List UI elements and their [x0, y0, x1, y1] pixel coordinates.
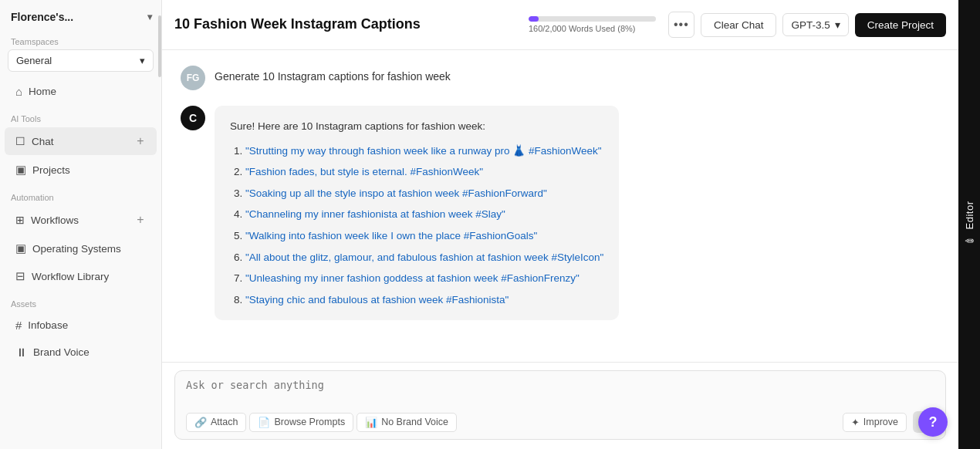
home-icon: ⌂ [15, 85, 22, 98]
brand-voice-btn-icon: 📊 [365, 417, 377, 428]
chat-input[interactable] [186, 379, 934, 402]
browse-prompts-button[interactable]: 📄 Browse Prompts [249, 413, 353, 432]
automation-section-label: Automation [0, 184, 161, 205]
teamspace-chevron-icon: ▾ [140, 55, 145, 66]
sidebar-item-brand-voice-label: Brand Voice [33, 346, 90, 358]
sidebar-item-workflow-library[interactable]: ⊟ Workflow Library [5, 263, 157, 289]
help-button[interactable]: ? [918, 407, 948, 437]
list-item: "Channeling my inner fashionista at fash… [245, 206, 603, 223]
sidebar-item-infobase[interactable]: # Infobase [5, 312, 157, 338]
teamspace-general-label: General [16, 55, 52, 66]
improve-button[interactable]: ✦ Improve [843, 413, 907, 432]
captions-list: "Strutting my way through fashion week l… [230, 143, 603, 309]
more-options-button[interactable]: ••• [668, 12, 694, 38]
user-message: FG Generate 10 Instagram captions for fa… [181, 66, 940, 90]
list-item: "Soaking up all the style inspo at fashi… [245, 185, 603, 202]
ai-message: C Sure! Here are 10 Instagram captions f… [181, 106, 940, 320]
sidebar-item-os-label: Operating Systems [32, 243, 121, 255]
os-icon: ▣ [15, 241, 26, 255]
browse-prompts-label: Browse Prompts [274, 417, 345, 427]
pencil-icon: ✏ [963, 235, 975, 248]
workflow-library-icon: ⊟ [15, 269, 25, 283]
ai-tools-section-label: AI Tools [0, 105, 161, 127]
editor-panel-label: ✏ Editor [963, 194, 975, 255]
user-message-text: Generate 10 Instagram captions for fashi… [215, 66, 451, 83]
no-brand-voice-label: No Brand Voice [381, 417, 448, 427]
sidebar-item-projects-label: Projects [32, 164, 70, 176]
workflows-icon: ⊞ [15, 214, 25, 226]
ai-message-intro: Sure! Here are 10 Instagram captions for… [230, 118, 603, 135]
gpt-chevron-icon: ▾ [835, 19, 840, 31]
main-content: 10 Fashion Week Instagram Captions 160/2… [162, 0, 958, 449]
word-count-area: 160/2,000 Words Used (8%) [529, 16, 656, 33]
attach-icon: 🔗 [194, 417, 207, 428]
attach-label: Attach [211, 417, 238, 427]
chat-icon: ☐ [15, 135, 25, 147]
browse-prompts-icon: 📄 [258, 417, 270, 428]
page-title: 10 Fashion Week Instagram Captions [174, 15, 516, 33]
sidebar-item-brand-voice[interactable]: ⏸ Brand Voice [5, 339, 157, 365]
input-area: 🔗 Attach 📄 Browse Prompts 📊 No Brand Voi… [162, 362, 958, 449]
sidebar-item-workflows[interactable]: ⊞ Workflows + [5, 206, 157, 234]
list-item: "Walking into fashion week like I own th… [245, 228, 603, 245]
word-count-label: 160/2,000 Words Used (8%) [529, 24, 636, 33]
sidebar-item-chat-label: Chat [32, 136, 54, 147]
add-workflow-button[interactable]: + [132, 211, 149, 228]
workspace-selector[interactable]: Florence's... ▾ [0, 0, 161, 31]
add-chat-button[interactable]: + [132, 133, 149, 150]
list-item: "Strutting my way through fashion week l… [245, 143, 603, 160]
improve-label: Improve [863, 417, 898, 427]
sidebar-item-home[interactable]: ⌂ Home [5, 79, 157, 104]
list-item: "All about the glitz, glamour, and fabul… [245, 249, 603, 266]
clear-chat-button[interactable]: Clear Chat [701, 13, 777, 37]
workspace-chevron-icon: ▾ [147, 12, 152, 22]
sidebar-item-projects[interactable]: ▣ Projects [5, 157, 157, 183]
input-box: 🔗 Attach 📄 Browse Prompts 📊 No Brand Voi… [174, 370, 946, 440]
list-item: "Fashion fades, but style is eternal. #F… [245, 164, 603, 181]
user-avatar: FG [181, 66, 205, 90]
gpt-model-selector[interactable]: GPT-3.5 ▾ [782, 13, 848, 36]
progress-bar-fill [529, 16, 539, 22]
sidebar-item-home-label: Home [29, 86, 56, 97]
list-item: "Staying chic and fabulous at fashion we… [245, 292, 603, 309]
teamspaces-label: Teamspaces [0, 31, 161, 49]
assets-section-label: Assets [0, 290, 161, 312]
header: 10 Fashion Week Instagram Captions 160/2… [162, 0, 958, 50]
create-project-button[interactable]: Create Project [855, 13, 946, 37]
ai-avatar: C [181, 106, 205, 130]
sidebar-item-infobase-label: Infobase [28, 319, 68, 331]
header-actions: ••• Clear Chat GPT-3.5 ▾ Create Project [668, 12, 946, 38]
brand-voice-icon: ⏸ [15, 346, 27, 359]
attach-button[interactable]: 🔗 Attach [186, 413, 246, 432]
ai-message-bubble: Sure! Here are 10 Instagram captions for… [215, 106, 619, 320]
chat-area: FG Generate 10 Instagram captions for fa… [162, 50, 958, 362]
gpt-model-label: GPT-3.5 [791, 19, 830, 31]
no-brand-voice-button[interactable]: 📊 No Brand Voice [357, 413, 457, 432]
sidebar-item-workflow-library-label: Workflow Library [32, 271, 109, 282]
sidebar-item-chat[interactable]: ☐ Chat + [5, 127, 157, 155]
sidebar-item-workflows-label: Workflows [31, 214, 79, 226]
infobase-icon: # [15, 319, 22, 332]
progress-bar-background [529, 16, 656, 22]
workspace-name: Florence's... [11, 11, 73, 23]
teamspace-general-selector[interactable]: General ▾ [8, 49, 154, 72]
sidebar-scrollbar[interactable] [158, 15, 161, 77]
sidebar-item-operating-systems[interactable]: ▣ Operating Systems [5, 235, 157, 262]
sidebar: Florence's... ▾ Teamspaces General ▾ ⌂ H… [0, 0, 162, 449]
input-toolbar: 🔗 Attach 📄 Browse Prompts 📊 No Brand Voi… [186, 411, 934, 433]
editor-panel[interactable]: ✏ Editor [958, 0, 980, 449]
projects-icon: ▣ [15, 163, 26, 177]
list-item: "Unleashing my inner fashion goddess at … [245, 270, 603, 287]
improve-icon: ✦ [851, 417, 860, 428]
